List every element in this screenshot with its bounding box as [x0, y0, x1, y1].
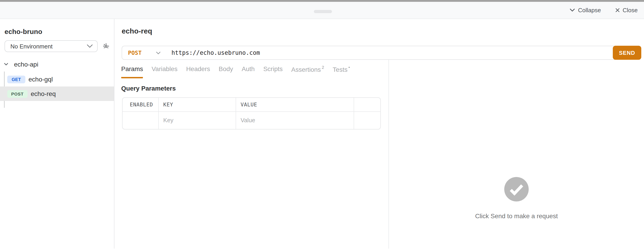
app-window: Collapse Close echo-bruno No Environment [0, 0, 644, 249]
request-title: echo-req [122, 27, 152, 35]
request-name: echo-req [31, 90, 56, 97]
collapse-button[interactable]: Collapse [570, 7, 601, 14]
os-drag-strip [0, 0, 644, 2]
tab-tests[interactable]: Tests• [333, 65, 350, 78]
request-item-echo-req[interactable]: POST echo-req [0, 87, 114, 101]
tab-assertions[interactable]: Assertions2 [291, 65, 324, 78]
close-button[interactable]: Close [616, 7, 638, 14]
url-bar: POST SEND [122, 46, 641, 60]
table-row [122, 112, 380, 129]
checkmark-icon [504, 177, 529, 201]
drag-handle[interactable] [314, 10, 332, 13]
collection-item[interactable]: echo-api [0, 61, 114, 68]
column-header-key: KEY [158, 98, 236, 111]
method-badge-post: POST [7, 90, 28, 98]
column-header-value: VALUE [236, 98, 354, 111]
method-dropdown-value[interactable]: POST [128, 49, 142, 56]
method-badge-get: GET [7, 75, 25, 83]
chevron-down-icon[interactable] [156, 51, 160, 54]
param-enabled-cell[interactable] [122, 112, 158, 129]
query-params-table: ENABLED KEY VALUE [122, 97, 381, 129]
tab-scripts[interactable]: Scripts [263, 65, 283, 78]
environment-settings-icon[interactable] [103, 43, 110, 50]
sidebar: echo-bruno No Environment [0, 19, 114, 248]
main-pane: echo-req POST SEND Params Variables Head… [114, 19, 644, 248]
param-actions-cell [354, 112, 380, 129]
tab-params[interactable]: Params [121, 65, 143, 78]
chevron-down-icon [87, 44, 93, 48]
table-header-row: ENABLED KEY VALUE [122, 98, 380, 112]
response-pane: Click Send to make a request [389, 60, 644, 248]
tab-variables[interactable]: Variables [152, 65, 178, 78]
app-header: Collapse Close [0, 2, 644, 19]
tests-dot-badge: • [348, 65, 350, 70]
environment-value: No Environment [10, 43, 87, 50]
empty-state-text: Click Send to make a request [475, 212, 558, 219]
close-label: Close [623, 7, 638, 14]
tab-auth[interactable]: Auth [242, 65, 255, 78]
request-pane: Params Variables Headers Body Auth Scrip… [114, 60, 388, 248]
query-parameters-heading: Query Parameters [121, 84, 388, 92]
request-name: echo-gql [28, 76, 53, 83]
param-value-cell [236, 112, 354, 129]
header-actions: Collapse Close [570, 2, 638, 19]
chevron-down-icon [4, 63, 8, 66]
collection-name: echo-api [14, 61, 38, 68]
assertions-count-badge: 2 [322, 65, 324, 70]
collection-tree: echo-api GET echo-gql POST echo-req [0, 61, 114, 101]
column-header-actions [354, 98, 380, 111]
chevron-down-icon [570, 9, 575, 12]
request-tabs: Params Variables Headers Body Auth Scrip… [121, 65, 388, 78]
send-button[interactable]: SEND [613, 46, 641, 60]
param-key-cell [158, 112, 236, 129]
column-header-enabled: ENABLED [122, 98, 158, 111]
close-icon [616, 8, 620, 12]
param-key-input[interactable] [163, 117, 236, 124]
tab-body[interactable]: Body [219, 65, 233, 78]
param-value-input[interactable] [240, 117, 354, 124]
tab-headers[interactable]: Headers [186, 65, 210, 78]
request-item-echo-gql[interactable]: GET echo-gql [0, 72, 114, 87]
environment-row: No Environment [4, 40, 110, 52]
workspace-title: echo-bruno [4, 28, 42, 35]
environment-selector[interactable]: No Environment [4, 40, 98, 52]
collapse-label: Collapse [578, 7, 601, 14]
url-input[interactable] [172, 49, 641, 56]
